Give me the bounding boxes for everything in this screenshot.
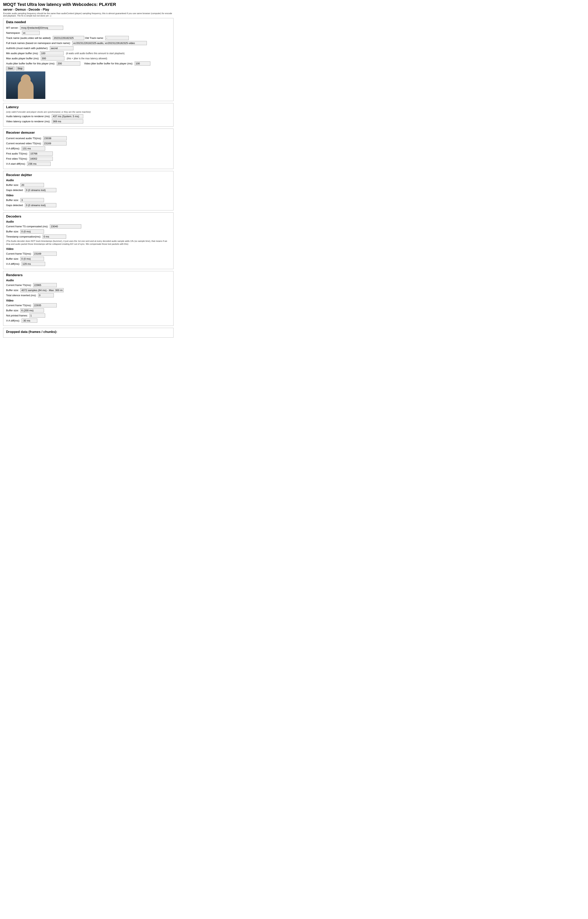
dejitter-video-gaps-label: Gaps detected:: [6, 204, 23, 207]
start-button[interactable]: Start: [6, 66, 15, 71]
rend-audio-current-frame-label: Current frame TS(ms):: [6, 284, 32, 287]
namespace-label: Namespace:: [6, 31, 20, 34]
video-latency-input[interactable]: [52, 120, 83, 123]
dec-audio-ts-comp-row: Timestamp compensation(ms):: [6, 234, 171, 239]
dec-video-va-diff-input[interactable]: [22, 262, 45, 266]
dejitter-audio-gaps-input[interactable]: [25, 188, 57, 192]
dejitter-audio-gaps-row: Gaps detected:: [6, 188, 171, 192]
current-video-ts-input[interactable]: [43, 141, 66, 145]
rend-audio-silence-input[interactable]: [38, 293, 54, 297]
min-audio-note: (it waits until audio buffers this amoun…: [66, 52, 124, 55]
decoders-title: Decoders: [6, 215, 171, 218]
dejitter-video-buffer-input[interactable]: [20, 198, 44, 202]
dec-video-buffer-row: Buffer size:: [6, 257, 171, 261]
decoders-audio-note: (The Audio decoder does NOT track timest…: [6, 240, 171, 246]
dejitter-audio-buffer-input[interactable]: [20, 183, 44, 187]
dec-audio-ts-comp-input[interactable]: [43, 234, 66, 239]
video-jitter-label: Video jitter buffer buffer for this play…: [84, 62, 133, 65]
latency-section: Latency (only valid if encoder and playe…: [3, 103, 173, 127]
current-video-ts-label: Current received video TS(ms):: [6, 142, 41, 145]
max-audio-input[interactable]: [41, 57, 65, 60]
video-person-bg: [6, 71, 45, 99]
page-note: Encoder audio sampling frequency should …: [3, 12, 173, 17]
renderers-video-title: Video: [6, 299, 171, 302]
dec-audio-ts-comp-label: Timestamp compensation(ms):: [6, 235, 41, 238]
rend-audio-current-frame-input[interactable]: [33, 283, 57, 287]
authinfo-input[interactable]: [50, 46, 73, 50]
current-audio-ts-label: Current received audio TS(ms):: [6, 137, 42, 140]
dec-audio-current-frame-row: Current frame TS compensated (ms):: [6, 225, 171, 228]
first-video-ts-input[interactable]: [29, 157, 53, 161]
track-name-input[interactable]: [53, 36, 84, 40]
video-jitter-input[interactable]: [135, 61, 150, 66]
video-latency-row: Video latency capture to renderer (ms):: [6, 120, 171, 123]
latency-title: Latency: [6, 105, 171, 109]
audio-latency-input[interactable]: [52, 114, 83, 118]
renderers-audio-title: Audio: [6, 279, 171, 282]
dec-audio-current-frame-input[interactable]: [50, 225, 81, 228]
current-audio-ts-input[interactable]: [43, 136, 67, 141]
receiver-dejitter-section: Receiver dejitter Audio Buffer size: Gap…: [3, 171, 173, 210]
wt-server-input[interactable]: [20, 26, 63, 30]
authinfo-row: AuthInfo (must match with publisher):: [6, 46, 171, 50]
rend-video-current-frame-label: Current frame TS(ms):: [6, 304, 32, 307]
data-needed-title: Data needed: [6, 20, 171, 24]
dejitter-audio-buffer-label: Buffer size:: [6, 184, 19, 186]
track-name-label: Track name (audio,video will be added):: [6, 37, 51, 39]
rend-video-buffer-input[interactable]: [20, 308, 44, 312]
audio-jitter-input[interactable]: [57, 61, 80, 66]
va-start-diff-input[interactable]: [27, 162, 51, 166]
dec-video-va-diff-label: V-A diff(ms):: [6, 262, 20, 265]
first-audio-ts-input[interactable]: [29, 152, 53, 156]
dec-video-current-frame-label: Current frame TS(ms):: [6, 252, 32, 255]
dec-video-current-frame-input[interactable]: [33, 252, 57, 256]
rend-video-current-frame-row: Current frame TS(ms):: [6, 303, 171, 307]
rend-video-va-diff-input[interactable]: [22, 318, 37, 323]
rend-video-not-printed-input[interactable]: [29, 313, 45, 318]
min-audio-label: Min audio player buffer (ms):: [6, 52, 39, 55]
va-diff-input[interactable]: [22, 147, 45, 150]
decoders-video-title: Video: [6, 247, 171, 250]
full-track-row: Full track names (based on namespace and…: [6, 41, 171, 45]
va-start-diff-label: V-A start diff(ms):: [6, 162, 26, 165]
dejitter-audio-buffer-row: Buffer size:: [6, 183, 171, 187]
dec-video-buffer-input[interactable]: [20, 257, 44, 261]
min-audio-input[interactable]: [40, 51, 64, 55]
page-title: MOQT Test Ultra low latency with Webcode…: [3, 2, 173, 7]
dejitter-audio-title: Audio: [6, 179, 171, 182]
dejitter-video-buffer-row: Buffer size:: [6, 198, 171, 202]
rend-video-current-frame-input[interactable]: [33, 303, 57, 307]
rend-audio-buffer-input[interactable]: [20, 288, 64, 292]
wt-server-row: WT server:: [6, 26, 171, 30]
decoders-audio-title: Audio: [6, 220, 171, 223]
audio-jitter-label: Audio jitter buffer buffer for this play…: [6, 62, 55, 65]
rend-video-not-printed-row: Not printed frames:: [6, 313, 171, 318]
rend-audio-buffer-row: Buffer size:: [6, 288, 171, 292]
va-diff-label: V-A diff(ms):: [6, 147, 20, 150]
rend-video-buffer-row: Buffer size:: [6, 308, 171, 312]
audio-latency-row: Audio latency capture to renderer (ms):: [6, 114, 171, 118]
buttons-row: Start Stop: [6, 66, 171, 71]
dejitter-audio-gaps-label: Gaps detected:: [6, 189, 23, 192]
dec-video-buffer-label: Buffer size:: [6, 257, 19, 260]
min-audio-row: Min audio player buffer (ms): (it waits …: [6, 51, 171, 55]
full-track-input[interactable]: [72, 41, 147, 45]
dropped-data-section: Dropped data (frames / chunks):: [3, 328, 173, 338]
dejitter-video-gaps-row: Gaps detected:: [6, 203, 171, 207]
old-track-name-label: Old Track name:: [85, 37, 103, 39]
rend-audio-buffer-label: Buffer size:: [6, 289, 19, 292]
latency-note: (only valid if encoder and player clocks…: [6, 111, 171, 113]
dejitter-video-gaps-input[interactable]: [25, 203, 57, 207]
stop-button[interactable]: Stop: [16, 66, 24, 71]
current-audio-ts-row: Current received audio TS(ms):: [6, 136, 171, 141]
rend-audio-silence-label: Total silence inserted (ms):: [6, 294, 37, 297]
dec-audio-buffer-input[interactable]: [20, 229, 44, 234]
old-track-name-input[interactable]: [105, 36, 129, 40]
dropped-data-title: Dropped data (frames / chunks):: [6, 330, 171, 334]
namespace-input[interactable]: [22, 31, 40, 35]
video-preview: [6, 71, 45, 99]
dec-audio-buffer-label: Buffer size:: [6, 230, 19, 233]
rend-audio-current-frame-row: Current frame TS(ms):: [6, 283, 171, 287]
first-video-ts-row: First video TS(ms):: [6, 157, 171, 161]
rend-video-va-diff-label: V-A diff(ms):: [6, 319, 20, 322]
